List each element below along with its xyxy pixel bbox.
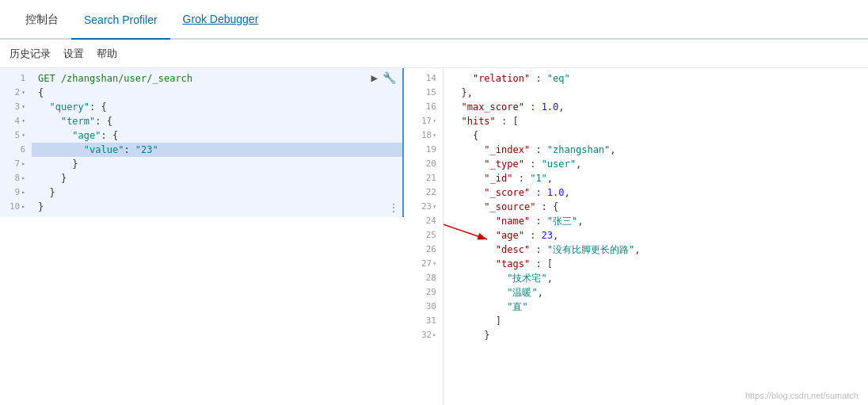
toolbar-settings[interactable]: 设置 <box>63 47 84 61</box>
rcode-28: "技术宅", <box>450 271 862 285</box>
rln-20: 20 <box>404 157 443 171</box>
rcode-17: "hits" : [ <box>450 114 862 128</box>
rln-25: 25 <box>404 228 443 243</box>
toolbar-help[interactable]: 帮助 <box>97 47 117 61</box>
wrench-icon[interactable]: 🔧 <box>383 71 396 84</box>
rln-16: 16 <box>404 100 443 114</box>
rcode-18: { <box>450 128 862 143</box>
rcode-14: "relation" : "eq" <box>450 71 862 86</box>
rcode-15: }, <box>450 86 862 100</box>
rcode-26: "desc" : "没有比脚更长的路", <box>450 243 862 257</box>
rln-22: 22 <box>404 185 443 200</box>
rln-32: 32▸ <box>404 328 443 342</box>
code-line-9: } <box>32 185 402 200</box>
code-line-2: { <box>32 86 402 100</box>
rln-29: 29 <box>404 285 443 300</box>
toolbar-icons: ▶ 🔧 <box>371 71 396 84</box>
rcode-19: "_index" : "zhangshan", <box>450 143 862 157</box>
ln-3: 3▾ <box>0 100 32 114</box>
top-nav: 控制台 Search Profiler Grok Debugger <box>0 0 868 40</box>
rcode-22: "_score" : 1.0, <box>450 185 862 200</box>
nav-search-profiler[interactable]: Search Profiler <box>71 0 170 40</box>
ln-10: 10▸ <box>0 200 32 214</box>
rln-18: 18▾ <box>404 128 443 143</box>
watermark: https://blog.csdn.net/sumatch <box>745 391 858 400</box>
ln-4: 4▾ <box>0 114 32 128</box>
rln-30: 30 <box>404 300 443 314</box>
rcode-16: "max_score" : 1.0, <box>450 100 862 114</box>
nav-grok-debugger[interactable]: Grok Debugger <box>170 0 272 39</box>
rln-28: 28 <box>404 271 443 285</box>
code-editor[interactable]: 1 2▾ 3▾ 4▾ 5▾ 6 7▸ 8▸ 9▸ 10▸ <box>0 68 402 217</box>
rln-31: 31 <box>404 314 443 328</box>
ln-1: 1 <box>0 71 32 86</box>
code-line-7: } <box>32 157 402 171</box>
code-line-3: "query": { <box>32 100 402 114</box>
rcode-29: "温暖", <box>450 285 862 300</box>
rcode-27: "tags" : [ <box>450 257 862 271</box>
rln-14: 14 <box>404 71 443 86</box>
rln-23: 23▾ <box>404 200 443 214</box>
ln-2: 2▾ <box>0 86 32 100</box>
rln-24: 24 <box>404 214 443 228</box>
code-line-1: GET /zhangshan/user/_search <box>32 71 402 86</box>
rcode-31: ] <box>450 314 862 328</box>
rcode-32: } <box>450 328 862 342</box>
ln-9: 9▸ <box>0 185 32 200</box>
code-line-10: } <box>32 200 402 214</box>
nav-console[interactable]: 控制台 <box>13 0 71 39</box>
rln-17: 17▾ <box>404 114 443 128</box>
secondary-toolbar: 历史记录 设置 帮助 <box>0 40 868 68</box>
left-panel-wrapper: 1 2▾ 3▾ 4▾ 5▾ 6 7▸ 8▸ 9▸ 10▸ <box>0 68 404 405</box>
rcode-25: "age" : 23, <box>450 228 862 243</box>
rcode-20: "_type" : "user", <box>450 157 862 171</box>
left-panel: 1 2▾ 3▾ 4▾ 5▾ 6 7▸ 8▸ 9▸ 10▸ <box>0 68 404 217</box>
code-line-5: "age": { <box>32 128 402 143</box>
rln-19: 19 <box>404 143 443 157</box>
code-line-4: "term": { <box>32 114 402 128</box>
toolbar-history[interactable]: 历史记录 <box>10 47 51 61</box>
rln-21: 21 <box>404 171 443 185</box>
code-line-8: } <box>32 171 402 185</box>
ln-8: 8▸ <box>0 171 32 185</box>
main-wrapper: 1 2▾ 3▾ 4▾ 5▾ 6 7▸ 8▸ 9▸ 10▸ <box>0 68 868 405</box>
rln-27: 27▾ <box>404 257 443 271</box>
rcode-21: "_id" : "1", <box>450 171 862 185</box>
run-icon[interactable]: ▶ <box>371 71 378 84</box>
left-code-content[interactable]: GET /zhangshan/user/_search { "query": {… <box>32 68 402 217</box>
right-code-content[interactable]: "relation" : "eq" }, "max_score" : 1.0, … <box>444 68 868 405</box>
rln-26: 26 <box>404 243 443 257</box>
rcode-30: "直" <box>450 300 862 314</box>
right-line-numbers: 14 15 16 17▾ 18▾ 19 20 21 22 23▾ 24 25 2… <box>404 68 444 405</box>
divider-dots: ⋮ <box>388 201 399 214</box>
rln-15: 15 <box>404 86 443 100</box>
right-panel: 14 15 16 17▾ 18▾ 19 20 21 22 23▾ 24 25 2… <box>404 68 868 405</box>
ln-6: 6 <box>0 143 32 157</box>
ln-7: 7▸ <box>0 157 32 171</box>
code-line-6: "value": "23" <box>32 143 402 157</box>
ln-5: 5▾ <box>0 128 32 143</box>
main-container: 1 2▾ 3▾ 4▾ 5▾ 6 7▸ 8▸ 9▸ 10▸ <box>0 68 868 405</box>
rcode-23: "_source" : { <box>450 200 862 214</box>
left-line-numbers: 1 2▾ 3▾ 4▾ 5▾ 6 7▸ 8▸ 9▸ 10▸ <box>0 68 32 217</box>
rcode-24: "name" : "张三", <box>450 214 862 228</box>
